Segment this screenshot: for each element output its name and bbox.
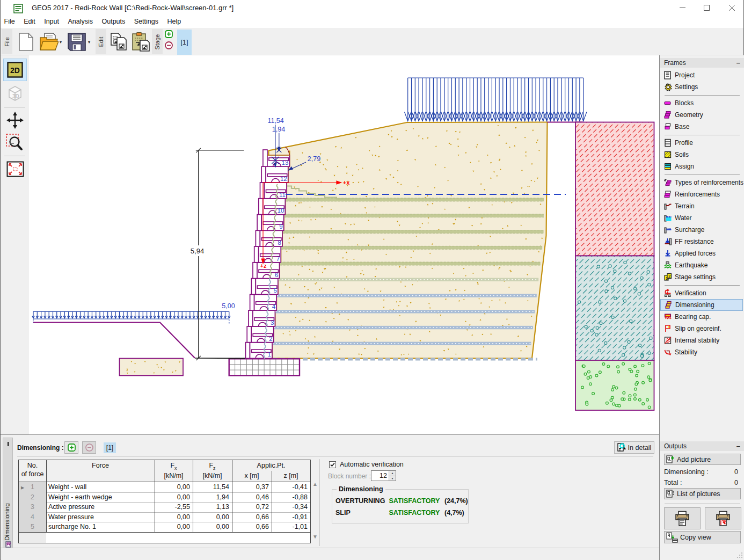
- fx-cell: 0,00: [155, 512, 193, 522]
- minimize-button[interactable]: [670, 0, 695, 16]
- sidebar-item-dimensioning[interactable]: Dimensioning: [660, 299, 743, 311]
- menu-help[interactable]: Help: [164, 16, 185, 28]
- sidebar-item-label: Water: [675, 214, 692, 222]
- new-file-button[interactable]: [15, 31, 37, 53]
- menu-analysis[interactable]: Analysis: [64, 16, 97, 28]
- force-stage-button[interactable]: [1]: [104, 442, 116, 453]
- sidebar-item-label: Stage settings: [675, 273, 716, 281]
- z-cell: -1,01: [272, 522, 310, 532]
- sidebar-item-label: Earthquake: [675, 261, 707, 269]
- sidebar-item-profile[interactable]: Profile: [660, 137, 743, 149]
- sidebar-item-stability[interactable]: Stability: [660, 346, 743, 358]
- weight-wall-force-label: 11,54: [267, 117, 283, 125]
- spin-up-icon[interactable]: ▲: [389, 471, 396, 476]
- add-force-button[interactable]: [64, 441, 78, 454]
- sidebar-item-verification[interactable]: Verification: [660, 287, 743, 299]
- copy-picture-button[interactable]: [108, 31, 130, 53]
- sidebar-item-project[interactable]: Project: [660, 69, 743, 81]
- sidebar-item-base[interactable]: Base: [660, 121, 743, 133]
- menu-edit[interactable]: Edit: [20, 16, 39, 28]
- frames-collapse-icon[interactable]: –: [736, 59, 740, 67]
- table-row-water-pressure[interactable]: 4Water pressure0,000,000,66-0,91: [19, 512, 310, 522]
- sidebar-item-surcharge[interactable]: Surcharge: [660, 224, 743, 236]
- copy-view-label: Copy view: [680, 534, 711, 541]
- sidebar-item-terrain[interactable]: Terrain: [660, 200, 743, 212]
- remove-force-button[interactable]: [82, 441, 96, 454]
- sidebar-item-slip-on-georeinf[interactable]: Slip on georeinf.: [660, 323, 743, 334]
- save-dropdown-arrow[interactable]: ▾: [88, 40, 94, 46]
- pan-tool-button[interactable]: [3, 109, 27, 132]
- back-dimension-label: 2,79: [308, 155, 320, 163]
- earthquake-icon: [663, 261, 672, 270]
- sidebar-item-bearing-cap[interactable]: Bearing cap.: [660, 311, 743, 323]
- close-button[interactable]: [720, 0, 744, 16]
- outputs-dimensioning-label: Dimensioning :: [664, 468, 709, 476]
- automatic-verification-checkbox[interactable]: [329, 461, 336, 468]
- table-row-surcharge-no-1[interactable]: 5surcharge No. 10,000,000,66-1,01: [19, 522, 310, 532]
- sidebar-item-label: Internal stability: [675, 337, 719, 344]
- sidebar-item-ff-resistance[interactable]: FF resistance: [660, 236, 743, 248]
- block-number-spinbox[interactable]: 12 ▲ ▼: [371, 470, 396, 481]
- sidebar-item-blocks[interactable]: Blocks: [660, 97, 743, 109]
- sidebar-item-label: Verification: [675, 289, 706, 297]
- sidebar-item-settings[interactable]: Settings: [660, 81, 743, 93]
- print-document-button[interactable]: [664, 507, 701, 529]
- menu-input[interactable]: Input: [41, 16, 63, 28]
- fit-to-view-button[interactable]: [3, 158, 27, 180]
- save-button[interactable]: [66, 31, 87, 53]
- sidebar-item-label: Assign: [675, 163, 694, 170]
- open-file-button[interactable]: [38, 31, 60, 53]
- sidebar-item-water[interactable]: Water: [660, 212, 743, 224]
- copy-to-clipboard-button[interactable]: [130, 31, 152, 53]
- table-row-weight-earth-wedge[interactable]: 2Weight - earth wedge0,001,940,46-0,88: [19, 492, 310, 503]
- spinner-buttons[interactable]: ▲ ▼: [389, 471, 396, 481]
- dimensioning-vertical-tab[interactable]: Dimensioning: [3, 438, 13, 550]
- open-dropdown-arrow[interactable]: ▾: [60, 40, 66, 46]
- sidebar-item-label: Types of reinforcements: [675, 179, 743, 186]
- forces-table[interactable]: No. of forceForceFx[kN/m]Fz[kN/m]Applic.…: [18, 460, 311, 543]
- print-picture-button[interactable]: [705, 507, 741, 529]
- scroll-down-icon[interactable]: ▼: [312, 534, 318, 540]
- menu-outputs[interactable]: Outputs: [98, 16, 129, 28]
- plus-circle-icon: [165, 30, 173, 38]
- sidebar-item-types-of-reinforcements[interactable]: Types of reinforcements: [660, 177, 743, 188]
- table-row-active-pressure[interactable]: 3Active pressure-2,551,130,72-0,34: [19, 502, 310, 512]
- add-stage-button[interactable]: [165, 30, 173, 40]
- frame-tab-icon: [5, 541, 12, 548]
- add-picture-button[interactable]: Add picture: [664, 454, 741, 465]
- remove-stage-button[interactable]: [165, 41, 173, 52]
- maximize-button[interactable]: [695, 0, 719, 16]
- sidebar-item-assign[interactable]: Assign: [660, 161, 743, 172]
- verification-icon: [663, 289, 672, 297]
- sidebar-item-soils[interactable]: Soils: [660, 149, 743, 161]
- stage-1-button[interactable]: [1]: [177, 30, 192, 55]
- outputs-collapse-icon[interactable]: –: [736, 442, 740, 450]
- outputs-panel-title: Outputs: [664, 442, 687, 450]
- menu-file[interactable]: File: [1, 16, 18, 28]
- copy-view-button[interactable]: Copy view: [664, 531, 741, 543]
- sidebar-item-applied-forces[interactable]: Applied forces: [660, 248, 743, 259]
- sidebar-item-internal-stability[interactable]: Internal stability: [660, 334, 743, 346]
- assign-icon: [663, 162, 672, 171]
- in-detail-button[interactable]: In detail: [614, 441, 654, 454]
- sidebar-item-earthquake[interactable]: Earthquake: [660, 259, 743, 271]
- list-of-pictures-button[interactable]: List of pictures: [664, 488, 741, 499]
- sidebar-item-label: Dimensioning: [675, 301, 714, 309]
- view-3d-button[interactable]: 3D: [3, 82, 27, 105]
- zoom-tool-button[interactable]: [3, 132, 27, 154]
- sidebar-item-geometry[interactable]: Geometry: [660, 109, 743, 121]
- svg-text:3D: 3D: [12, 93, 19, 99]
- sidebar-item-stage-settings[interactable]: 12Stage settings: [660, 271, 743, 283]
- table-row-weight-wall[interactable]: ▸1Weight - wall0,0011,540,37-0,41: [19, 482, 310, 492]
- spin-down-icon[interactable]: ▼: [389, 476, 396, 481]
- resize-grip[interactable]: [736, 552, 743, 558]
- current-row-arrow-icon: ▸: [21, 483, 24, 491]
- menu-settings[interactable]: Settings: [130, 16, 162, 28]
- drawing-canvas[interactable]: 123456789101112135,945,00+x+z11,541,942,…: [29, 55, 659, 434]
- ff-resistance-icon: [663, 237, 672, 246]
- scroll-up-icon[interactable]: ▲: [312, 481, 318, 487]
- column-header-no[interactable]: No. of force: [19, 460, 46, 482]
- x-axis-label: +x: [343, 179, 350, 186]
- view-2d-button[interactable]: 2D: [3, 59, 27, 81]
- sidebar-item-reinforcements[interactable]: Reinforcements: [660, 188, 743, 200]
